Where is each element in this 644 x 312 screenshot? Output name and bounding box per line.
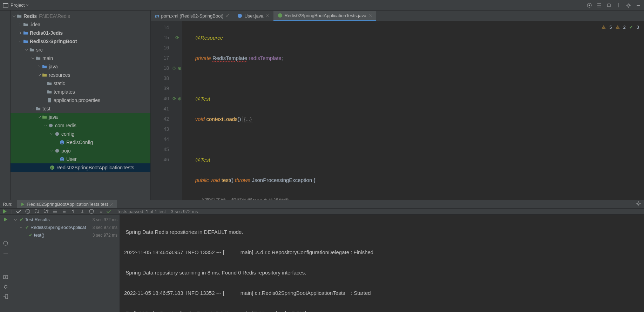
rerun-icon[interactable] bbox=[2, 209, 8, 214]
test-method[interactable]: ✔ test() 3 sec 972 ms bbox=[13, 231, 117, 239]
run-tab[interactable]: Redis02SpringBootApplicationTests.test bbox=[17, 200, 117, 208]
tree-item-test[interactable]: test bbox=[11, 104, 150, 113]
svg-text:C: C bbox=[51, 166, 53, 170]
editor-tabs: mpom.xml (Redis02-SpringBoot) User.java … bbox=[151, 11, 644, 21]
check-icon[interactable] bbox=[16, 209, 21, 214]
project-toolbar: Project bbox=[0, 0, 644, 11]
chevron-down-icon bbox=[37, 115, 41, 119]
folder-icon bbox=[23, 22, 28, 27]
run-gutter-icon[interactable]: ⟳ ⊕ bbox=[172, 94, 182, 104]
close-icon[interactable] bbox=[110, 203, 114, 206]
tree-item-redisconfig[interactable]: C RedisConfig bbox=[11, 138, 150, 147]
tree-item-mod1[interactable]: Redis01-Jedis bbox=[11, 29, 150, 37]
gear-icon[interactable] bbox=[636, 201, 641, 206]
up-icon[interactable] bbox=[70, 209, 76, 214]
svg-point-7 bbox=[55, 132, 59, 136]
package-icon bbox=[55, 148, 60, 153]
expand-icon[interactable] bbox=[606, 2, 612, 8]
folder-icon bbox=[36, 56, 41, 61]
tree-path: F:\IDEA\Redis bbox=[39, 12, 70, 20]
inspection-bar[interactable]: ⚠5 ⚠2 ✔3 bbox=[602, 25, 639, 30]
tree-item-static[interactable]: static bbox=[11, 79, 150, 88]
collapse-all-icon[interactable] bbox=[61, 209, 67, 214]
console-output[interactable]: Spring Data Redis repositories in DEFAUL… bbox=[120, 215, 644, 312]
tree-item-pojo[interactable]: pojo bbox=[11, 147, 150, 155]
project-tree[interactable]: Redis F:\IDEA\Redis .idea Redis01-Jedis … bbox=[11, 11, 151, 200]
run-gutter-icon[interactable]: ⟳ bbox=[172, 33, 182, 43]
tree-item-config[interactable]: config bbox=[11, 130, 150, 138]
sort-down-icon[interactable] bbox=[34, 209, 40, 214]
run-config-icon bbox=[21, 202, 25, 206]
svg-text:C: C bbox=[61, 141, 63, 144]
test-class[interactable]: ✔ Redis02SpringBootApplicat 3 sec 972 ms bbox=[13, 224, 117, 231]
source-folder-icon bbox=[42, 64, 47, 69]
tree-item-user[interactable]: C User bbox=[11, 155, 150, 163]
gutter-icons[interactable]: ⟳ ⟳ ⊕ ⟳ ⊕ bbox=[172, 21, 182, 200]
close-icon[interactable] bbox=[368, 14, 372, 17]
divide-icon[interactable] bbox=[616, 2, 622, 8]
test-root[interactable]: ✔ Test Results 3 sec 972 ms bbox=[13, 216, 117, 224]
properties-file-icon bbox=[47, 98, 52, 103]
project-dropdown[interactable]: Project bbox=[11, 2, 29, 8]
svg-point-22 bbox=[5, 276, 6, 278]
exit-icon[interactable] bbox=[3, 294, 8, 299]
collapse-icon[interactable] bbox=[596, 2, 602, 8]
tree-item-idea[interactable]: .idea bbox=[11, 20, 150, 29]
project-folder-icon bbox=[17, 14, 22, 19]
project-label: Project bbox=[11, 2, 25, 8]
rerun-icon[interactable] bbox=[3, 217, 8, 222]
check-icon: ✔ bbox=[20, 216, 23, 224]
tree-item-test-java[interactable]: java bbox=[11, 113, 150, 121]
left-gutter bbox=[0, 11, 11, 200]
warning-icon: ⚠ bbox=[602, 25, 606, 30]
tree-item-mod2[interactable]: Redis02-SpringBoot bbox=[11, 37, 150, 46]
minimize-icon[interactable] bbox=[636, 2, 641, 8]
editor: mpom.xml (Redis02-SpringBoot) User.java … bbox=[151, 11, 644, 200]
disable-icon[interactable] bbox=[25, 209, 30, 214]
run-label: Run: bbox=[3, 202, 12, 207]
close-icon[interactable] bbox=[225, 14, 229, 18]
warning-icon: ⚠ bbox=[616, 25, 620, 30]
test-tree[interactable]: ✔ Test Results 3 sec 972 ms ✔ Redis02Spr… bbox=[11, 215, 120, 312]
chevron-down-icon bbox=[12, 14, 16, 18]
folder-icon bbox=[36, 106, 41, 111]
export-icon[interactable] bbox=[89, 209, 94, 214]
tree-item-pkg[interactable]: com.redis bbox=[11, 121, 150, 130]
package-icon bbox=[48, 123, 53, 128]
tree-item-src[interactable]: src bbox=[11, 46, 150, 54]
folder-icon bbox=[29, 47, 34, 52]
tab-pom[interactable]: mpom.xml (Redis02-SpringBoot) bbox=[151, 11, 233, 21]
tree-root[interactable]: Redis F:\IDEA\Redis bbox=[11, 12, 150, 20]
tab-tests[interactable]: Redis02SpringBootApplicationTests.java bbox=[273, 11, 376, 21]
tests-passed: Tests passed: 1 of 1 test – 3 sec 972 ms bbox=[117, 209, 198, 214]
line-numbers: 1415161718383940414243444546 bbox=[151, 21, 172, 200]
module-icon bbox=[23, 39, 28, 44]
camera-icon[interactable] bbox=[3, 274, 8, 280]
target-icon[interactable] bbox=[587, 2, 592, 8]
toggle-icon[interactable] bbox=[3, 240, 8, 246]
down-icon[interactable] bbox=[80, 209, 85, 214]
gear-icon[interactable] bbox=[626, 2, 631, 8]
run-gutter-icon[interactable]: ⟳ ⊕ bbox=[172, 63, 182, 73]
code-area[interactable]: @Resource private RedisTemplate redisTem… bbox=[182, 21, 644, 200]
tree-label: Redis bbox=[23, 12, 37, 20]
module-icon bbox=[23, 30, 28, 35]
expand-all-icon[interactable] bbox=[52, 209, 58, 214]
svg-point-6 bbox=[49, 124, 53, 128]
chevron-down-icon bbox=[19, 225, 23, 230]
tree-item-templates[interactable]: templates bbox=[11, 88, 150, 96]
tree-item-appprops[interactable]: application.properties bbox=[11, 96, 150, 104]
tree-item-main[interactable]: main bbox=[11, 54, 150, 62]
class-icon: C bbox=[60, 140, 65, 145]
resources-folder-icon bbox=[42, 73, 47, 77]
tree-item-java[interactable]: java bbox=[11, 62, 150, 71]
close-icon[interactable] bbox=[266, 14, 269, 18]
bug-icon[interactable] bbox=[3, 284, 8, 290]
settings-icon[interactable] bbox=[3, 250, 8, 256]
tab-user[interactable]: User.java bbox=[233, 11, 273, 21]
sort-up-icon[interactable] bbox=[43, 209, 49, 214]
svg-point-20 bbox=[4, 241, 8, 245]
tree-item-tests[interactable]: C Redis02SpringBootApplicationTests bbox=[11, 163, 150, 172]
class-icon: C bbox=[50, 165, 55, 170]
tree-item-resources[interactable]: resources bbox=[11, 71, 150, 79]
